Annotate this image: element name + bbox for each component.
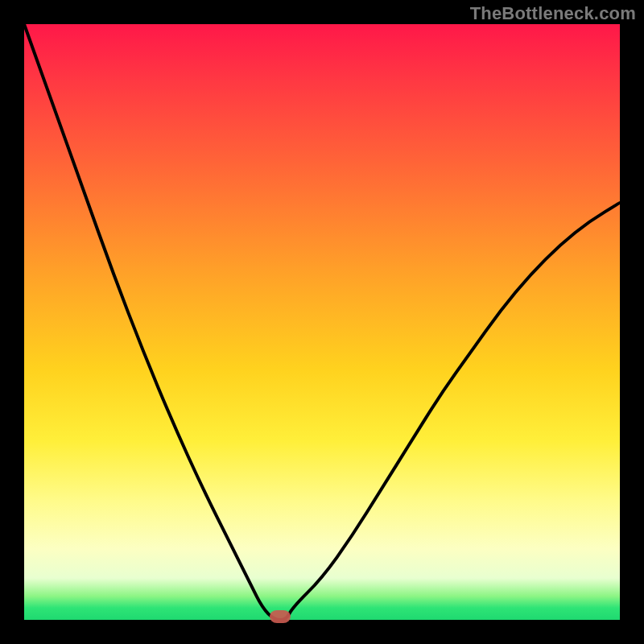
bottleneck-curve bbox=[24, 24, 620, 620]
chart-frame: TheBottleneck.com bbox=[0, 0, 644, 644]
watermark-text: TheBottleneck.com bbox=[470, 3, 636, 24]
curve-path bbox=[24, 24, 620, 620]
plot-area bbox=[24, 24, 620, 620]
optimum-marker bbox=[270, 610, 291, 623]
